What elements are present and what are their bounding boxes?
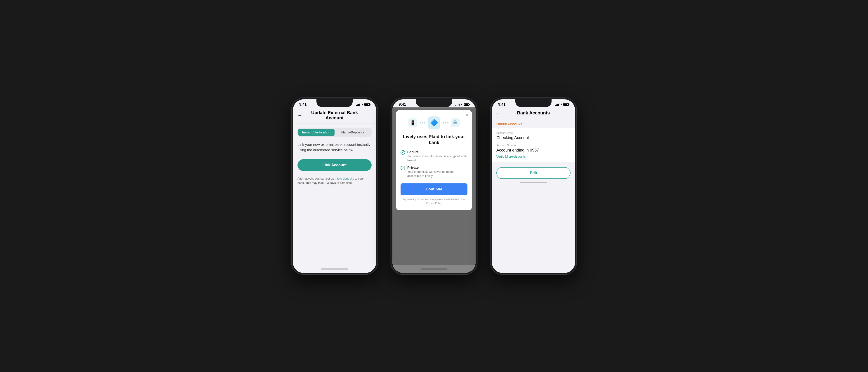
edit-button[interactable]: Edit [496,167,570,179]
notch-2 [416,99,452,107]
status-icons-3: ▾ [555,103,569,106]
home-indicator-3 [492,179,575,187]
phone-2: 9:41 ▾ ✕ 📱 [391,98,477,274]
modal-close-button[interactable]: ✕ [465,113,469,117]
signal-bar [556,104,557,106]
plaid-dot [424,122,426,123]
plaid-modal-card: ✕ 📱 🔷 [396,110,472,211]
battery-icon-2 [464,103,469,106]
signal-bar [360,103,360,106]
plaid-phone-icon: 📱 [408,118,417,127]
continue-button[interactable]: Continue [401,183,467,195]
plaid-illustration: 📱 🔷 [401,117,467,129]
wifi-icon-1: ▾ [362,103,363,106]
account-type-label: Account Type [496,131,570,134]
phone-1-inner: 9:41 ▾ ← Update External Bank Account [293,99,376,273]
signal-bar [558,103,559,106]
battery-icon-3 [563,103,569,106]
phone-3-inner: 9:41 ▾ ← Bank Accounts [492,99,575,273]
signal-bar [356,105,357,106]
signal-bar [459,103,460,106]
screen1-body: Link your new external bank account inst… [293,136,376,265]
phone-3: 9:41 ▾ ← Bank Accounts [491,98,577,274]
signal-bars-3 [555,103,559,106]
signal-bars-1 [356,103,360,106]
status-icons-1: ▾ [356,103,370,106]
screen1-title: Update External Bank Account [305,110,364,121]
status-time-1: 9:41 [299,102,307,106]
home-indicator-1 [293,265,376,273]
status-time-3: 9:41 [498,102,505,106]
linked-section-label: LINKED ACCOUNT [492,119,575,128]
tab-instant-verification[interactable]: Instant Verification [298,129,335,136]
wifi-icon-2: ▾ [461,103,463,106]
plaid-dot [445,122,446,123]
account-number-label: Account Number [496,144,570,147]
alt-text-prefix: Alternatively, you can set up [298,177,335,180]
tab-switcher-1: Instant Verification Micro-Deposits [298,128,372,136]
plaid-dot [447,122,448,123]
modal-overlay: ✕ 📱 🔷 [393,107,475,265]
signal-bars-2 [456,103,460,106]
feature-item-1: Private Your credentials will never be m… [401,165,467,178]
plaid-shield-icon: 🔷 [428,117,440,129]
screen3-title: Bank Accounts [504,111,563,116]
alt-text-1: Alternatively, you can set up micro-depo… [298,176,372,185]
verify-micro-deposits-link[interactable]: Verify Micro-deposits [496,155,526,158]
plaid-dot [422,122,423,123]
account-card: Account Type Checking Account Account Nu… [492,128,575,162]
signal-bar [456,105,456,106]
screen2-content: ✕ 📱 🔷 [393,107,475,273]
description-text-1: Link your new external bank account inst… [298,142,372,153]
feature-check-0 [401,150,405,155]
feature-desc-1: Your credentials will never be made acce… [407,170,467,178]
account-number-value: Account ending in 0987 [496,148,570,153]
feature-check-1 [401,166,405,170]
plaid-bank-icon: 🏛 [451,118,460,127]
home-indicator-2 [393,265,475,273]
link-account-button[interactable]: Link Account [298,159,372,171]
signal-bar [557,104,558,106]
home-bar-2 [421,269,447,270]
feature-title-0: Secure [407,150,467,154]
tab-micro-deposits[interactable]: Micro-Deposits [335,129,371,136]
nav-header-3: ← Bank Accounts [492,107,575,119]
signal-bar [458,104,458,106]
home-bar-3 [520,182,547,183]
feature-title-1: Private [407,165,467,169]
feature-desc-0: Transfer of your information is encrypte… [407,154,467,162]
signal-bar [357,104,358,106]
phone-2-inner: 9:41 ▾ ✕ 📱 [393,99,475,273]
privacy-note: By selecting "Continue" you agree to the… [401,198,467,205]
back-button-1[interactable]: ← [298,113,303,118]
feature-content-1: Private Your credentials will never be m… [407,165,467,178]
wifi-icon-3: ▾ [560,103,562,106]
modal-title: Lively uses Plaid to link your bank [401,134,467,146]
back-button-3[interactable]: ← [496,110,501,116]
plaid-dots-right [442,122,448,123]
plaid-dots-left [420,122,426,123]
feature-item-0: Secure Transfer of your information is e… [401,150,467,162]
screen3-content: ← Bank Accounts LINKED ACCOUNT Account T… [492,107,575,273]
screen1-content: ← Update External Bank Account Instant V… [293,107,376,273]
signal-bar [457,104,457,106]
nav-header-1: ← Update External Bank Account [293,107,376,123]
status-icons-2: ▾ [456,103,469,106]
phone-1: 9:41 ▾ ← Update External Bank Account [291,98,377,274]
plaid-dot [420,122,421,123]
signal-bar [555,105,556,106]
status-time-2: 9:41 [399,102,406,106]
battery-icon-1 [364,103,370,106]
feature-list: Secure Transfer of your information is e… [401,150,467,178]
feature-content-0: Secure Transfer of your information is e… [407,150,467,162]
account-type-value: Checking Account [496,135,570,140]
notch-3 [515,99,552,107]
phones-container: 9:41 ▾ ← Update External Bank Account [291,98,577,274]
micro-deposits-link[interactable]: micro-deposits [335,177,354,180]
home-bar-1 [321,269,348,270]
signal-bar [358,104,359,106]
plaid-dot [442,122,444,123]
notch-1 [316,99,352,107]
plaid-shield-symbol: 🔷 [430,119,438,126]
